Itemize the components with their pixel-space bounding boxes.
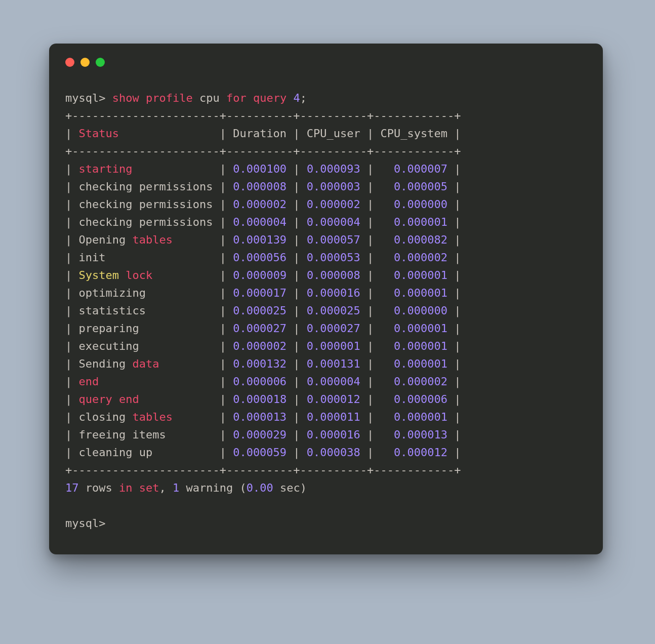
result-summary: 17 rows in set, 1 warning (0.00 sec) bbox=[65, 481, 307, 494]
close-icon[interactable] bbox=[65, 58, 74, 67]
table-border-bottom: +----------------------+----------+-----… bbox=[65, 464, 461, 476]
table-header-row: | Status | Duration | CPU_user | CPU_sys… bbox=[65, 127, 461, 140]
zoom-icon[interactable] bbox=[96, 58, 105, 67]
table-border-top: +----------------------+----------+-----… bbox=[65, 109, 461, 122]
terminal-output[interactable]: mysql> show profile cpu for query 4; +--… bbox=[65, 89, 587, 532]
prompt: mysql> bbox=[65, 517, 105, 530]
prompt: mysql> bbox=[65, 92, 105, 104]
minimize-icon[interactable] bbox=[80, 58, 90, 67]
table-border-mid: +----------------------+----------+-----… bbox=[65, 145, 461, 157]
command-line: show profile cpu for query 4; bbox=[105, 92, 306, 104]
table-rows: | starting | 0.000100 | 0.000093 | 0.000… bbox=[65, 163, 461, 459]
window-controls bbox=[65, 58, 587, 67]
terminal-window: mysql> show profile cpu for query 4; +--… bbox=[49, 44, 603, 554]
